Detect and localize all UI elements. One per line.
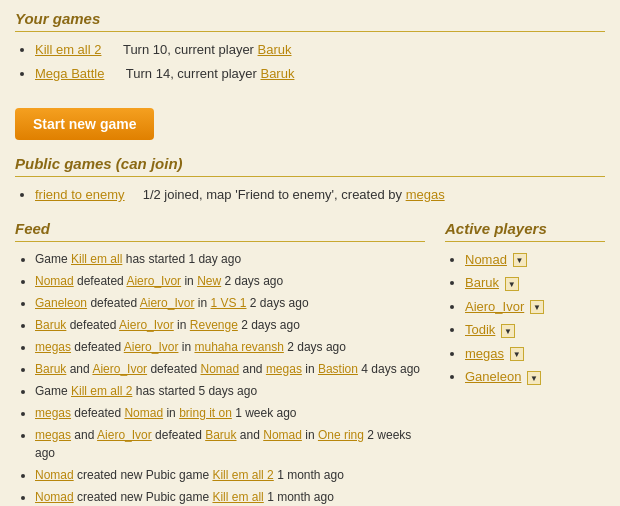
dropdown-icon[interactable]: ▼ [505,277,519,291]
list-item: Nomad created new Pubic game Kill em all… [35,466,425,484]
player-link[interactable]: Baruk [35,362,66,376]
game-link[interactable]: New [197,274,221,288]
game-status: 1/2 joined, map 'Friend to enemy', creat… [128,187,444,202]
dropdown-icon[interactable]: ▼ [527,371,541,385]
public-games-list: friend to enemy 1/2 joined, map 'Friend … [15,185,605,205]
your-games-title: Your games [15,10,605,32]
game-link[interactable]: 1 VS 1 [210,296,246,310]
your-games-section: Your games Kill em all 2 Turn 10, curren… [15,10,605,83]
game-link[interactable]: One ring [318,428,364,442]
game-link[interactable]: Kill em all 2 [212,468,273,482]
player-link[interactable]: Aiero_Ivor [465,299,524,314]
creator-link[interactable]: megas [406,187,445,202]
player-link[interactable]: Baruk [205,428,236,442]
player-link[interactable]: Nomad [465,252,507,267]
player-link[interactable]: Baruk [258,42,292,57]
player-link[interactable]: megas [35,428,71,442]
player-link[interactable]: Baruk [35,318,66,332]
list-item: Baruk defeated Aiero_Ivor in Revenge 2 d… [35,316,425,334]
player-link[interactable]: Nomad [124,406,163,420]
game-link[interactable]: Revenge [190,318,238,332]
feed-list: Game Kill em all has started 1 day ago N… [15,250,425,507]
player-link[interactable]: Nomad [263,428,302,442]
list-item: Ganeleon defeated Aiero_Ivor in 1 VS 1 2… [35,294,425,312]
list-item: megas defeated Aiero_Ivor in muhaha reva… [35,338,425,356]
game-link[interactable]: friend to enemy [35,187,125,202]
your-games-list: Kill em all 2 Turn 10, current player Ba… [15,40,605,83]
start-new-game-button[interactable]: Start new game [15,108,154,140]
player-link[interactable]: Ganeleon [35,296,87,310]
player-link[interactable]: megas [465,346,504,361]
game-link[interactable]: bring it on [179,406,232,420]
player-link[interactable]: Aiero_Ivor [97,428,152,442]
player-link[interactable]: Aiero_Ivor [124,340,179,354]
list-item: Aiero_Ivor ▼ [465,297,605,317]
player-link[interactable]: Aiero_Ivor [119,318,174,332]
active-col: Active players Nomad ▼ Baruk ▼ Aiero_Ivo… [445,220,605,507]
game-link[interactable]: Kill em all 2 [35,42,101,57]
list-item: Baruk and Aiero_Ivor defeated Nomad and … [35,360,425,378]
game-link[interactable]: Mega Battle [35,66,104,81]
list-item: megas ▼ [465,344,605,364]
list-item: Todik ▼ [465,320,605,340]
active-players-list: Nomad ▼ Baruk ▼ Aiero_Ivor ▼ Todik ▼ meg… [445,250,605,387]
list-item: Game Kill em all 2 has started 5 days ag… [35,382,425,400]
list-item: Baruk ▼ [465,273,605,293]
dropdown-icon[interactable]: ▼ [510,347,524,361]
player-link[interactable]: Ganeleon [465,369,521,384]
game-link[interactable]: Kill em all [212,490,263,504]
player-link[interactable]: Aiero_Ivor [92,362,147,376]
dropdown-icon[interactable]: ▼ [513,253,527,267]
player-link[interactable]: Aiero_Ivor [140,296,195,310]
list-item: megas defeated Nomad in bring it on 1 we… [35,404,425,422]
main-layout: Feed Game Kill em all has started 1 day … [15,220,605,507]
player-link[interactable]: megas [266,362,302,376]
list-item: Nomad defeated Aiero_Ivor in New 2 days … [35,272,425,290]
game-status: Turn 10, current player Baruk [105,42,291,57]
game-link[interactable]: muhaha revansh [194,340,283,354]
game-link[interactable]: Bastion [318,362,358,376]
player-link[interactable]: megas [35,340,71,354]
active-players-title: Active players [445,220,605,242]
list-item: Nomad created new Pubic game Kill em all… [35,488,425,506]
player-link[interactable]: Baruk [260,66,294,81]
public-games-title: Public games (can join) [15,155,605,177]
feed-title: Feed [15,220,425,242]
player-link[interactable]: Nomad [35,468,74,482]
player-link[interactable]: Nomad [35,490,74,504]
game-link[interactable]: Kill em all 2 [71,384,132,398]
game-status: Turn 14, current player Baruk [108,66,294,81]
player-link[interactable]: megas [35,406,71,420]
list-item: Mega Battle Turn 14, current player Baru… [35,64,605,84]
public-games-section: Public games (can join) friend to enemy … [15,155,605,205]
list-item: Game Kill em all has started 1 day ago [35,250,425,268]
list-item: Kill em all 2 Turn 10, current player Ba… [35,40,605,60]
player-link[interactable]: Todik [465,322,495,337]
list-item: Nomad ▼ [465,250,605,270]
list-item: Ganeleon ▼ [465,367,605,387]
dropdown-icon[interactable]: ▼ [530,300,544,314]
player-link[interactable]: Nomad [200,362,239,376]
player-link[interactable]: Aiero_Ivor [126,274,181,288]
list-item: megas and Aiero_Ivor defeated Baruk and … [35,426,425,462]
player-link[interactable]: Baruk [465,275,499,290]
player-link[interactable]: Nomad [35,274,74,288]
list-item: friend to enemy 1/2 joined, map 'Friend … [35,185,605,205]
feed-col: Feed Game Kill em all has started 1 day … [15,220,425,507]
game-link[interactable]: Kill em all [71,252,122,266]
dropdown-icon[interactable]: ▼ [501,324,515,338]
